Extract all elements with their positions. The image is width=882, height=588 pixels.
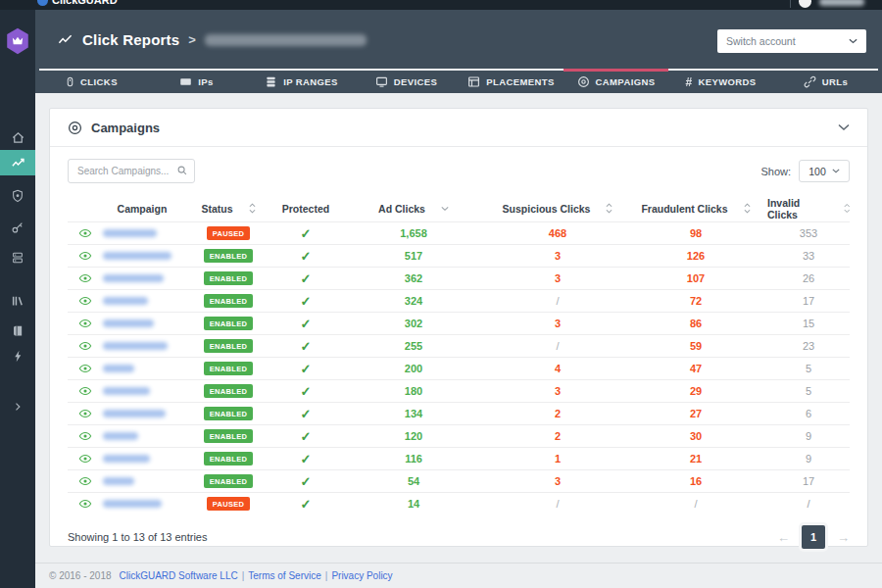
- chart-line-icon: [57, 32, 74, 47]
- sidebar-expand[interactable]: [0, 394, 35, 419]
- sidebar-item-protection[interactable]: [0, 183, 35, 209]
- campaign-name-redacted[interactable]: [103, 252, 172, 260]
- tab-placements[interactable]: PLACEMENTS: [459, 71, 564, 93]
- chevron-down-icon: [832, 169, 840, 173]
- link-icon: [804, 75, 816, 88]
- view-campaign-button[interactable]: [68, 294, 103, 308]
- sidebar-item-library[interactable]: [0, 288, 35, 314]
- prev-page-arrow[interactable]: ←: [777, 530, 790, 545]
- tab-ip-ranges[interactable]: IP RANGES: [249, 71, 354, 93]
- view-campaign-button[interactable]: [68, 384, 103, 398]
- company-link[interactable]: ClickGUARD Software LLC: [120, 570, 238, 581]
- view-campaign-button[interactable]: [68, 362, 103, 375]
- tab-keywords[interactable]: # KEYWORDS: [668, 71, 773, 93]
- view-campaign-button[interactable]: [68, 474, 103, 488]
- campaign-name-redacted[interactable]: [103, 410, 166, 417]
- sidebar-item-access[interactable]: [0, 215, 35, 240]
- ad-clicks-value: 14: [336, 498, 491, 510]
- campaign-name-redacted[interactable]: [103, 432, 138, 440]
- chart-line-icon: [11, 156, 25, 171]
- card-icon: [179, 75, 192, 88]
- tab-campaigns[interactable]: CAMPAIGNS: [564, 71, 668, 93]
- sort-icon[interactable]: [744, 203, 751, 214]
- sort-icon[interactable]: [249, 203, 256, 214]
- col-suspicious-clicks[interactable]: Suspicious Clicks: [491, 203, 624, 215]
- suspicious-clicks-value: 3: [491, 250, 624, 262]
- col-protected: Protected: [275, 203, 336, 215]
- fraudulent-clicks-value: 86: [624, 318, 767, 329]
- invalid-clicks-value: 353: [767, 227, 850, 239]
- sidebar-item-docs[interactable]: [0, 318, 35, 343]
- view-campaign-button[interactable]: [68, 339, 103, 353]
- protected-check: ✓: [275, 271, 336, 286]
- page-number-button[interactable]: 1: [802, 525, 825, 549]
- fraudulent-clicks-value: 47: [624, 363, 767, 374]
- campaign-name-redacted[interactable]: [103, 387, 150, 395]
- view-campaign-button[interactable]: [68, 497, 103, 511]
- page-header: Click Reports > Switch account CLICKS IP…: [35, 10, 882, 93]
- campaign-name-redacted[interactable]: [103, 365, 134, 372]
- library-icon: [11, 294, 24, 308]
- privacy-link[interactable]: Privacy Policy: [331, 570, 392, 581]
- eye-icon: [78, 226, 92, 240]
- sidebar-item-reports[interactable]: [0, 150, 35, 175]
- suspicious-clicks-value: /: [491, 498, 624, 510]
- fraudulent-clicks-value: 30: [624, 430, 767, 442]
- clickguard-shield-logo[interactable]: [5, 27, 30, 55]
- placement-icon: [467, 75, 480, 88]
- status-badge: ENABLED: [204, 249, 253, 263]
- col-ad-clicks[interactable]: Ad Clicks: [336, 203, 491, 215]
- campaign-name-redacted[interactable]: [103, 342, 168, 350]
- campaign-name-redacted[interactable]: [103, 500, 162, 508]
- invalid-clicks-value: 6: [767, 408, 850, 419]
- sort-desc-icon[interactable]: [441, 206, 449, 212]
- fraudulent-clicks-value: 27: [624, 408, 767, 419]
- tab-ips[interactable]: IPs: [144, 71, 249, 93]
- tab-devices[interactable]: DEVICES: [354, 71, 459, 93]
- campaign-name-redacted[interactable]: [103, 477, 134, 485]
- tab-clicks[interactable]: CLICKS: [39, 71, 144, 93]
- suspicious-clicks-value: 2: [491, 408, 624, 419]
- sidebar-item-activity[interactable]: [0, 343, 35, 368]
- tab-urls[interactable]: URLs: [773, 71, 878, 93]
- col-fraudulent-clicks[interactable]: Fraudulent Clicks: [624, 203, 767, 215]
- user-name-redacted[interactable]: [819, 0, 864, 6]
- view-campaign-button[interactable]: [68, 429, 103, 443]
- sidebar-item-data[interactable]: [0, 245, 35, 270]
- campaign-name-redacted[interactable]: [103, 319, 154, 327]
- search-icon: [176, 165, 188, 176]
- avatar[interactable]: [799, 0, 811, 8]
- view-campaign-button[interactable]: [68, 317, 103, 330]
- campaign-name-redacted[interactable]: [103, 455, 150, 463]
- col-status[interactable]: Status: [181, 203, 275, 215]
- protected-check: ✓: [275, 294, 336, 309]
- view-campaign-button[interactable]: [68, 452, 103, 466]
- view-campaign-button[interactable]: [68, 271, 103, 285]
- invalid-clicks-value: 17: [767, 295, 850, 307]
- col-invalid-clicks[interactable]: Invalid Clicks: [767, 197, 850, 220]
- eye-icon: [78, 429, 92, 443]
- switch-account-select[interactable]: Switch account: [717, 29, 866, 53]
- campaign-name-redacted[interactable]: [103, 274, 164, 282]
- monitor-icon: [375, 75, 388, 88]
- view-campaign-button[interactable]: [68, 226, 103, 240]
- breadcrumb: Click Reports >: [57, 31, 367, 48]
- tab-label: CAMPAIGNS: [596, 76, 656, 87]
- tab-label: PLACEMENTS: [486, 76, 554, 87]
- campaigns-panel: Campaigns Show: 100 Campaign Status: [49, 108, 868, 547]
- panel-collapse-chevron-icon[interactable]: [838, 123, 850, 131]
- table-row: ENABLED ✓ 134 2 27 6: [68, 402, 850, 424]
- protected-check: ✓: [275, 339, 336, 354]
- campaign-name-redacted[interactable]: [103, 229, 157, 237]
- terms-link[interactable]: Terms of Service: [248, 570, 320, 581]
- server-icon: [265, 75, 277, 88]
- sort-icon[interactable]: [606, 203, 612, 214]
- page-size-select[interactable]: 100: [799, 160, 850, 182]
- sidebar-item-home[interactable]: [0, 124, 35, 150]
- view-campaign-button[interactable]: [68, 407, 103, 420]
- next-page-arrow[interactable]: →: [837, 530, 850, 545]
- campaign-name-redacted[interactable]: [103, 297, 148, 305]
- tab-label: URLs: [822, 76, 848, 87]
- sort-icon[interactable]: [844, 203, 850, 214]
- view-campaign-button[interactable]: [68, 249, 103, 263]
